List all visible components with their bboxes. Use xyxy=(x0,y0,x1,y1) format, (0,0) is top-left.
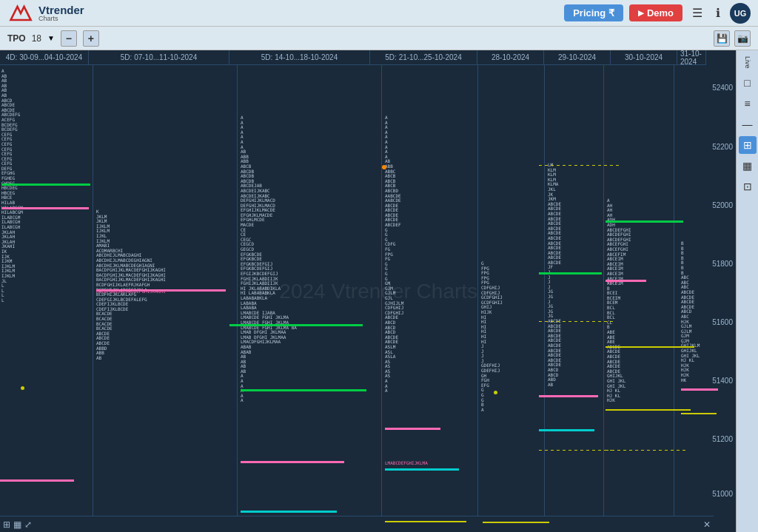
poc-bar-col8 xyxy=(681,388,718,391)
minus-button[interactable]: − xyxy=(61,30,77,47)
logo-area: Vtrender Charts xyxy=(7,3,84,24)
mp-col8: B B B B B B B ABC ABC ABC ABCDE ABCDE AB… xyxy=(681,241,700,383)
date-section-6: 29-10-2024 xyxy=(544,50,611,64)
dotted-line-col7 xyxy=(606,450,687,451)
svg-marker-0 xyxy=(11,7,31,20)
mp-col2: K JKLM JKLM IJKLM IJKLM IJKL IJKLM AMABI… xyxy=(96,209,166,360)
interval-value: 18 xyxy=(32,33,41,44)
cyan-bar-col3 xyxy=(241,511,337,513)
bottom-bar: ⊞ ▦ ⤢ ✕ xyxy=(0,516,714,532)
date-header: 4D: 30-09...04-10-2024 5D: 07-10...11-10… xyxy=(0,50,706,65)
dotted-line-col6-low xyxy=(539,450,613,451)
poc-bar-col6 xyxy=(539,395,598,397)
date-section-1: 4D: 30-09...04-10-2024 xyxy=(0,50,89,64)
main-area: 4D: 30-09...04-10-2024 5D: 07-10...11-10… xyxy=(0,50,758,532)
poc-bar-col1 xyxy=(1,207,89,209)
close-icon[interactable]: ✕ xyxy=(703,519,711,530)
date-section-7: 30-10-2024 xyxy=(611,50,677,64)
col-div-2 xyxy=(237,65,238,516)
ya-bar-col4 xyxy=(385,521,466,522)
dotted-line-col6-mid xyxy=(539,321,613,322)
expand-icon[interactable]: ⤢ xyxy=(24,519,32,530)
chart-area: 4D: 30-09...04-10-2024 5D: 07-10...11-10… xyxy=(0,50,736,532)
mp-col7: A AH AH AH ADH ADH ABCDEFGHI ABCDEFGHI A… xyxy=(607,198,631,403)
price-52400: 52400 xyxy=(712,84,733,92)
price-51000: 51000 xyxy=(712,489,733,497)
date-section-3: 5D: 14-10...18-10-2024 xyxy=(229,50,370,64)
cyan-bar-col6 xyxy=(539,429,594,431)
col-div-7 xyxy=(674,65,674,516)
va-bar-col1 xyxy=(1,183,90,186)
info-button[interactable]: ℹ xyxy=(712,4,724,21)
mp-col3: A A A A A A A AB ABB ABB ABCB ABCDB ABCD… xyxy=(241,115,297,403)
ya-bar-col7b xyxy=(606,409,691,411)
poc-bar-col4 xyxy=(385,428,440,430)
col-div-6 xyxy=(603,65,604,516)
grid-icon-2[interactable]: ▦ xyxy=(13,519,21,530)
dot-col5 xyxy=(494,391,497,394)
date-section-5: 28-10-2024 xyxy=(477,50,544,64)
live-indicator: Live xyxy=(739,53,757,71)
ya-bar-col8 xyxy=(681,413,717,414)
va-bar-col2 xyxy=(229,324,363,326)
dash-icon[interactable]: — xyxy=(739,115,757,133)
grid4-icon[interactable]: ⊞ xyxy=(739,136,757,154)
dot-col3 xyxy=(382,165,386,169)
col-div-3 xyxy=(381,65,382,516)
poc-bar-col3 xyxy=(241,461,344,463)
price-52200: 52200 xyxy=(712,142,733,150)
grid-icon-1[interactable]: ⊞ xyxy=(3,519,10,530)
right-sidebar: Live □ ≡ — ⊞ ▦ ⊡ xyxy=(736,50,758,532)
price-51600: 51600 xyxy=(712,318,733,326)
gridbars-icon[interactable]: ▦ xyxy=(739,157,757,175)
square-icon[interactable]: □ xyxy=(739,74,757,92)
ya-bar-col5 xyxy=(483,522,549,523)
plus-button[interactable]: + xyxy=(83,30,99,47)
navbar: Vtrender Charts Pricing ₹ ▶ Demo ☰ ℹ UG xyxy=(0,0,758,27)
date-section-2: 5D: 07-10...11-10-2024 xyxy=(89,50,229,64)
list-icon[interactable]: ≡ xyxy=(739,95,757,112)
toolbar: TPO 18 ▼ − + 💾 📷 xyxy=(0,27,758,50)
price-51200: 51200 xyxy=(712,435,733,443)
toolbar-right: 💾 📷 xyxy=(714,30,751,47)
demo-button[interactable]: ▶ Demo xyxy=(629,4,682,21)
va-bar-col7 xyxy=(606,220,683,223)
menu-button[interactable]: ☰ xyxy=(688,4,706,21)
mp-col4: A A A A A A A A A AB ABB ABBC ABCB ABCB … xyxy=(385,115,403,394)
price-51800: 51800 xyxy=(712,259,733,267)
va-bar-col6 xyxy=(539,272,602,275)
mp-col3-highlight: LMABCDEFGHIJKLMA xyxy=(385,461,428,466)
pricing-button[interactable]: Pricing ₹ xyxy=(564,4,623,21)
user-badge[interactable]: UG xyxy=(730,3,751,24)
col-div-5 xyxy=(544,65,545,516)
gridsmall-icon[interactable]: ⊡ xyxy=(739,178,757,195)
screenshot-button[interactable]: 📷 xyxy=(734,30,751,47)
price-51400: 51400 xyxy=(712,377,733,385)
save-button[interactable]: 💾 xyxy=(714,30,730,47)
poc-bar-col2 xyxy=(96,289,226,292)
pink-line-left xyxy=(0,479,74,482)
cyan-bar-col4 xyxy=(385,468,459,471)
logo-icon xyxy=(7,3,34,24)
col-div-4 xyxy=(477,65,478,516)
dot-col1 xyxy=(21,386,24,390)
col-div-1 xyxy=(93,65,93,516)
chevron-down-icon[interactable]: ▼ xyxy=(47,34,55,42)
mp-col6: LM KLM KLM KLM KLMA JKL JK JKM ABCDE ABC… xyxy=(548,163,561,387)
nav-right: Pricing ₹ ▶ Demo ☰ ℹ UG xyxy=(564,3,751,24)
live-label: Live xyxy=(744,56,751,69)
date-section-8: 31-10-2024 xyxy=(677,50,706,64)
tpo-label: TPO xyxy=(7,33,26,44)
dotted-line-col6-top xyxy=(539,165,620,166)
mp-col1: A AB AB AB AB AB ABCD ABCDE ABCDE ABCDEF… xyxy=(1,69,23,303)
price-52000: 52000 xyxy=(712,201,733,209)
mp-col5: G FPG FPG FPG FPG CDFGHIJ CDFGHIJ GCDFGH… xyxy=(481,261,503,412)
va-bar-col3 xyxy=(241,389,366,391)
poc-bar-col7 xyxy=(606,280,646,282)
ya-bar-col7 xyxy=(606,346,694,348)
date-section-4: 5D: 21-10...25-10-2024 xyxy=(370,50,477,64)
